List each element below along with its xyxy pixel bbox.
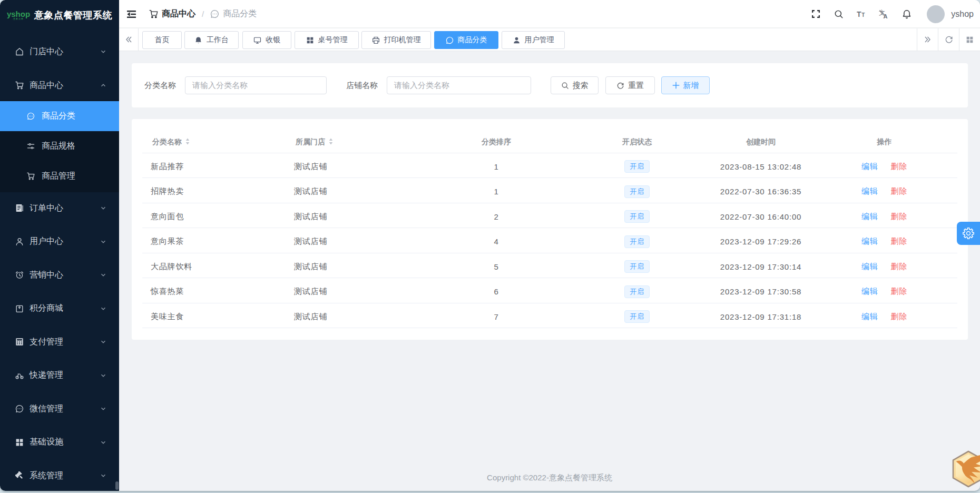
svg-text:A: A bbox=[884, 13, 888, 19]
svg-text:T: T bbox=[861, 12, 865, 17]
svg-text:T: T bbox=[857, 9, 861, 18]
